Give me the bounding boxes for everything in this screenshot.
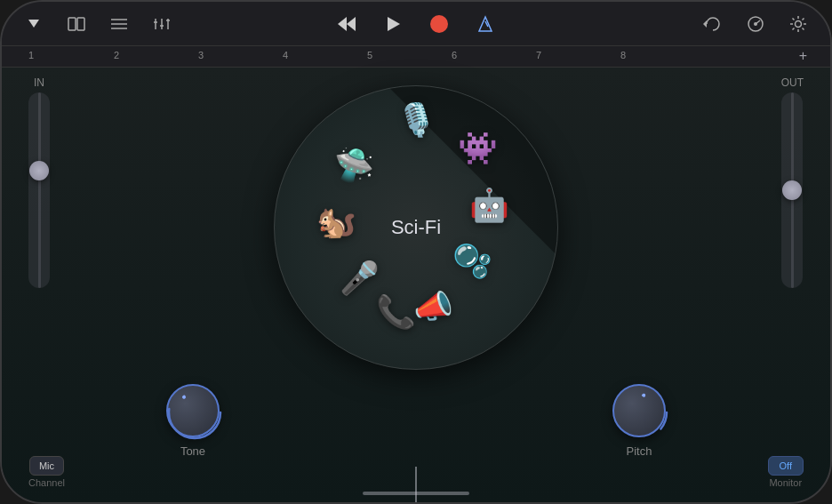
svg-marker-13 (388, 17, 400, 31)
tone-knob-area: Tone (166, 384, 220, 458)
out-slider-thumb[interactable] (782, 180, 802, 200)
ruler-mark-3: 3 (198, 50, 204, 60)
in-slider[interactable] (28, 92, 50, 288)
ruler-plus-button[interactable]: + (799, 48, 807, 64)
ruler-mark-8: 8 (620, 50, 626, 60)
voice-icon-robot[interactable]: 🤖 (469, 187, 509, 224)
in-label: IN (34, 76, 44, 89)
rewind-button[interactable] (332, 10, 361, 38)
ruler-mark-1: 1 (28, 50, 34, 60)
svg-rect-0 (68, 18, 76, 30)
voice-icon-telephone[interactable]: 📞 (376, 293, 416, 331)
voice-icon-squirrel[interactable]: 🐿️ (316, 204, 356, 241)
mic-channel-area: Mic Channel (28, 456, 65, 488)
out-label: OUT (781, 76, 804, 89)
undo-button[interactable] (699, 10, 727, 38)
eq-button[interactable] (148, 10, 176, 38)
loop-button[interactable] (62, 10, 91, 38)
in-slider-area: IN (28, 76, 50, 288)
rewind-icon (336, 15, 357, 33)
mix-icon (109, 16, 129, 32)
pitch-knob[interactable] (612, 384, 666, 437)
undo-icon (703, 15, 723, 33)
voice-icon-megaphone[interactable]: 📣 (413, 288, 453, 325)
mix-button[interactable] (105, 10, 133, 38)
pointer-line (415, 467, 417, 504)
ruler-mark-2: 2 (114, 50, 119, 60)
svg-point-22 (615, 387, 667, 438)
top-toolbar (2, 2, 830, 46)
tone-knob-arc-svg (165, 383, 224, 442)
svg-point-20 (796, 20, 802, 27)
settings-button[interactable] (784, 10, 812, 38)
toolbar-right (699, 10, 812, 38)
ruler-mark-6: 6 (452, 50, 457, 60)
out-slider-area: OUT (781, 76, 804, 288)
out-slider[interactable] (781, 92, 803, 288)
in-slider-thumb[interactable] (29, 161, 49, 180)
svg-point-21 (169, 387, 220, 438)
svg-marker-16 (703, 20, 707, 28)
svg-rect-1 (77, 18, 84, 30)
voice-icon-wand[interactable]: 🎤 (340, 260, 380, 297)
wheel-center-label: Sci-Fi (391, 216, 441, 239)
main-content: IN OUT Sci-F (2, 68, 830, 502)
play-button[interactable] (379, 10, 407, 38)
loop-icon (67, 16, 86, 32)
svg-line-19 (756, 20, 760, 24)
voice-wheel[interactable]: Sci-Fi 🛸 🎙️ 👾 🐿️ 🤖 🎤 📞 📣 🫧 (274, 85, 558, 370)
tone-knob[interactable] (166, 384, 220, 437)
in-slider-track (38, 92, 41, 288)
out-slider-track (791, 92, 794, 288)
voice-icon-monster[interactable]: 👾 (458, 130, 498, 167)
play-icon (384, 15, 402, 33)
toolbar-left (20, 10, 176, 38)
dropdown-button[interactable] (20, 10, 48, 38)
ruler-mark-4: 4 (283, 50, 288, 60)
pitch-knob-arc-svg (612, 383, 670, 442)
svg-marker-11 (347, 17, 356, 31)
monitor-area: Off Monitor (768, 456, 804, 488)
record-circle-icon (430, 15, 448, 33)
settings-icon (788, 14, 808, 34)
voice-icon-bubble[interactable]: 🫧 (452, 243, 492, 280)
metronome-button[interactable] (471, 10, 500, 38)
tempo-icon (746, 14, 765, 34)
dropdown-arrow-icon (28, 20, 39, 28)
ruler-numbers: 1 2 3 4 5 6 7 8 + (16, 46, 816, 68)
ruler-mark-7: 7 (536, 50, 541, 60)
toolbar-center (332, 10, 500, 38)
mic-channel-button[interactable]: Mic (29, 456, 64, 476)
monitor-button[interactable]: Off (768, 456, 804, 476)
voice-icon-ufo[interactable]: 🛸 (334, 147, 374, 184)
monitor-label: Monitor (769, 477, 802, 488)
eq-icon (152, 16, 172, 32)
metronome-icon (476, 14, 495, 34)
ruler-mark-5: 5 (367, 50, 372, 60)
timeline-ruler: 1 2 3 4 5 6 7 8 + (2, 46, 830, 68)
wheel-container: Sci-Fi 🛸 🎙️ 👾 🐿️ 🤖 🎤 📞 📣 🫧 (274, 85, 558, 370)
pitch-knob-area: Pitch (612, 384, 666, 458)
phone-frame: 1 2 3 4 5 6 7 8 + IN OUT (0, 0, 832, 504)
mic-channel-label: Channel (28, 477, 65, 488)
record-button[interactable] (425, 10, 453, 38)
tempo-button[interactable] (741, 10, 770, 38)
voice-icon-microphone[interactable]: 🎙️ (396, 101, 436, 139)
svg-marker-14 (479, 17, 492, 31)
svg-marker-12 (338, 17, 347, 31)
